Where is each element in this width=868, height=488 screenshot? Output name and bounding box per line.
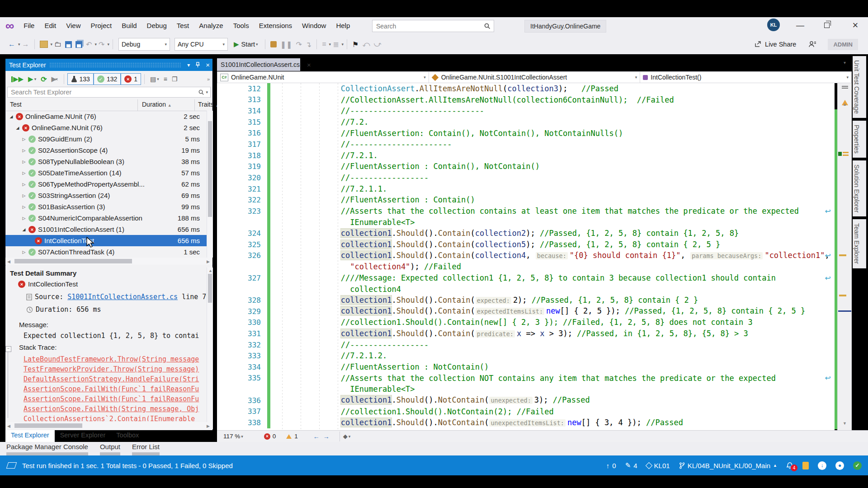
break-all-icon[interactable]: ❚❚ [280, 40, 292, 49]
code-line[interactable]: 331 collection1.Should().Contain(predica… [217, 328, 835, 339]
tree-expander-icon[interactable]: ▷ [21, 137, 27, 141]
nav-back-icon[interactable]: ← [313, 433, 320, 440]
tree-expander-icon[interactable]: ◢ [21, 227, 27, 232]
navigate-back-dropdown[interactable]: ▾ [18, 42, 20, 47]
column-traits[interactable]: Traits ▲ [198, 101, 219, 108]
tree-expander-icon[interactable]: ▷ [21, 171, 27, 175]
test-tree-row[interactable]: ▷✓S03StringAssertion (24)69 ms [5, 190, 212, 201]
undo-icon[interactable]: ↶ [86, 40, 92, 49]
zoom-level[interactable]: 117 % [223, 433, 240, 440]
tab-list-dropdown[interactable]: ▾ [844, 60, 846, 65]
menu-edit[interactable]: Edit [39, 17, 61, 34]
menu-extensions[interactable]: Extensions [254, 17, 297, 34]
source-link[interactable]: S1001IntCollectionAssert.cs [67, 293, 178, 301]
close-tab-icon[interactable]: × [307, 61, 311, 69]
tool-tab-team-explorer[interactable]: Team Explorer [853, 219, 866, 268]
test-explorer-title-bar[interactable]: Test Explorer ▾ × [5, 59, 212, 71]
tool-tab-unit-test-coverage[interactable]: Unit Test Coverage [853, 56, 866, 118]
column-duration[interactable]: Duration ▲ [142, 101, 172, 108]
redo-icon[interactable]: ↷ [99, 40, 104, 49]
bottom-tab-error-list[interactable]: Error List [132, 442, 160, 456]
tool-tab-solution-explorer[interactable]: Solution Explorer [853, 160, 866, 217]
test-tree-row[interactable]: ▷✓S06TypeMethodPropertyAssembl...62 ms [5, 178, 212, 190]
step-into-icon[interactable]: ↴ [306, 40, 311, 49]
update-available-icon[interactable]: ↓ [818, 461, 826, 470]
code-line[interactable]: 318 //7.2.1. [217, 150, 835, 161]
code-line[interactable]: 337 //collection1.Should().NotContain(2)… [217, 406, 835, 418]
stack-trace-link[interactable]: AssertionScope.FailWith(Func`1 failReaso… [24, 384, 209, 394]
bottom-tab-output[interactable]: Output [100, 442, 120, 456]
scroll-up-icon[interactable]: ▲ [843, 102, 847, 107]
stack-trace-link[interactable]: DefaultAssertionStrategy.HandleFailure(S… [24, 374, 209, 384]
splitter-handle[interactable] [842, 88, 848, 89]
tree-expander-icon[interactable]: ▷ [21, 250, 27, 254]
code-line[interactable]: 313 //CollectionAssert.AllItemsAreNotNul… [217, 94, 835, 106]
admin-badge[interactable]: ADMIN [828, 39, 858, 50]
feedback-icon[interactable] [808, 40, 817, 48]
code-line[interactable]: 326 collection1.Should().Contain(collect… [217, 250, 835, 262]
code-line[interactable]: 324 collection1.Should().Contain(collect… [217, 228, 835, 239]
run-tests-button[interactable]: ▶▾ [28, 75, 36, 83]
scroll-down-icon[interactable]: ▼ [843, 421, 847, 426]
menu-file[interactable]: File [19, 17, 39, 34]
nav-forward-icon[interactable]: → [323, 433, 330, 440]
menu-build[interactable]: Build [117, 17, 142, 34]
stack-trace-link[interactable]: CollectionAssertions`2.Contain(IEnumerab… [24, 414, 209, 421]
column-test[interactable]: Test [10, 101, 22, 108]
panel-tab-toolbox[interactable]: Toolbox [111, 430, 144, 442]
test-tree-row[interactable]: ◢×OnlineGame.NUnit (76)2 sec [5, 111, 212, 122]
editor-vertical-scrollbar[interactable]: ▲ ▼ [837, 83, 852, 430]
stack-trace-link[interactable]: AssertionScope.FailWith(Func`1 failReaso… [24, 394, 209, 404]
tree-expander-icon[interactable]: ▷ [21, 205, 27, 209]
platform-dropdown[interactable]: Any CPU▾ [175, 38, 228, 51]
code-line[interactable]: IEnumerable<T> [217, 217, 835, 228]
tree-expander-icon[interactable]: ▷ [21, 160, 27, 164]
navigate-back-icon[interactable]: ← [8, 40, 15, 48]
feedback-doc-icon[interactable] [802, 462, 809, 469]
tree-expander-icon[interactable]: ◢ [14, 126, 21, 130]
code-line[interactable]: 315 //7.2. [217, 117, 835, 128]
branch-indicator[interactable]: KL/04B_NUnit_KL/00_Main▲ [679, 462, 777, 469]
label-dropdown[interactable]: ▾ [349, 434, 351, 439]
menu-help[interactable]: Help [331, 17, 355, 34]
collapse-icon[interactable]: − [5, 346, 11, 352]
live-share-button[interactable]: Live Share [754, 41, 796, 48]
tool-tab-properties[interactable]: Properties [853, 121, 866, 158]
save-icon[interactable] [65, 41, 72, 48]
stack-trace-link[interactable]: LateBoundTestFramework.Throw(String mess… [24, 354, 209, 364]
code-line[interactable]: 338 collection1.Should().NotContain(unex… [217, 417, 835, 428]
chat-icon[interactable]: ● [835, 461, 844, 470]
code-editor[interactable]: 312 CollectionAssert.AllItemsAreNotNull(… [217, 83, 835, 430]
test-tree-row[interactable]: ▷✓S08TypeNullableBoolean (3)38 ms [5, 156, 212, 167]
detail-horizontal-scrollbar[interactable]: ◀ ▶ [5, 422, 212, 429]
tree-vertical-scrollbar[interactable] [207, 111, 213, 258]
tree-expander-icon[interactable]: ◢ [8, 114, 14, 119]
test-tree-row[interactable]: ◢×OnlineGame.NUnit (76)2 sec [5, 122, 212, 133]
code-line[interactable]: 317 //---------------------- [217, 139, 835, 150]
bottom-tab-package-manager-console[interactable]: Package Manager Console [6, 442, 88, 456]
tree-horizontal-scrollbar[interactable]: ◀ ▶ [5, 258, 212, 265]
error-count[interactable]: × 0 [264, 433, 276, 440]
code-line[interactable]: 328 collection1.Should().Contain(expecte… [217, 295, 835, 306]
step-over-icon[interactable]: ↷ [296, 40, 302, 49]
code-line[interactable]: 332 //----------------- [217, 339, 835, 351]
code-line[interactable]: collection4 [217, 284, 835, 295]
editor-tab[interactable]: S1001IntCollectionAssert.cs × [217, 58, 300, 71]
code-line[interactable]: 316 //FluentAssertion: Contain(), NotCon… [217, 128, 835, 139]
indent-icon[interactable]: ≡ [322, 40, 326, 48]
tree-column-header[interactable]: Test Duration ▲ Traits ▲ [5, 99, 212, 111]
new-project-dropdown[interactable]: ▾ [51, 42, 53, 47]
test-tree-row[interactable]: ◢×S1001IntCollectionAssert (1)656 ms [5, 224, 212, 235]
test-tree-row[interactable]: ▷✓S04NumericIComparableAssertion188 ms [5, 212, 212, 224]
warning-count[interactable]: 1 [286, 433, 298, 440]
navigate-forward-icon[interactable]: → [22, 40, 29, 48]
panel-tab-test-explorer[interactable]: Test Explorer [5, 430, 55, 442]
menu-test[interactable]: Test [172, 17, 194, 34]
code-line[interactable]: 322 //FluentAssertion : Contain() [217, 194, 835, 206]
filter-failed-button[interactable]: × 1 [121, 73, 141, 85]
pin-icon[interactable] [195, 62, 200, 68]
start-debug-button[interactable]: ▶ Start▾ [234, 40, 258, 48]
code-line[interactable]: 312 CollectionAssert.AllItemsAreNotNull(… [217, 83, 835, 94]
tree-expander-icon[interactable]: ▷ [21, 216, 27, 221]
tree-expander-icon[interactable]: ▷ [21, 182, 27, 187]
